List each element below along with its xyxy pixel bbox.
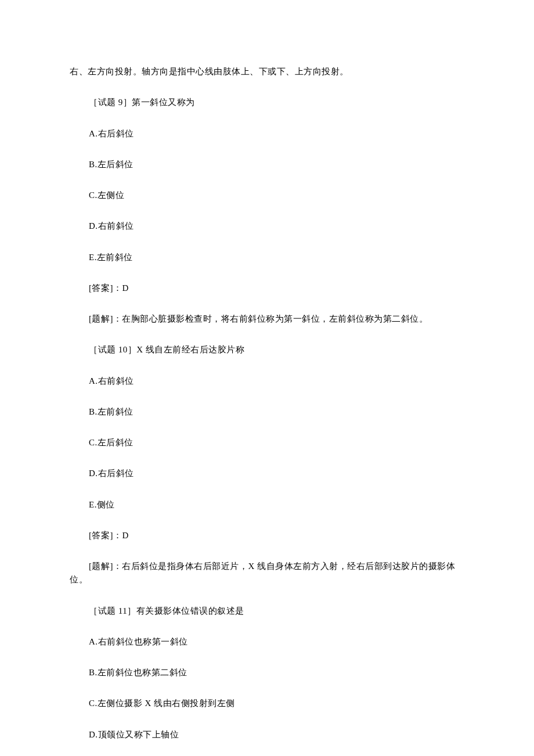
question-9-title: ［试题 9］第一斜位又称为 (70, 96, 464, 109)
question-9-answer: [答案]：D (70, 282, 464, 295)
question-9-option-e: E.左前斜位 (70, 251, 464, 264)
question-9-explanation: [题解]：在胸部心脏摄影检查时，将右前斜位称为第一斜位，左前斜位称为第二斜位。 (70, 312, 464, 326)
question-11-option-c: C.左侧位摄影 X 线由右侧投射到左侧 (70, 697, 464, 710)
question-9-option-c: C.左侧位 (70, 189, 464, 202)
question-10-title: ［试题 10］X 线自左前经右后达胶片称 (70, 343, 464, 357)
question-9-option-b: B.左后斜位 (70, 158, 464, 171)
intro-continuation: 右、左方向投射。轴方向是指中心线由肢体上、下或下、上方向投射。 (70, 65, 464, 78)
question-10-option-b: B.左前斜位 (70, 405, 464, 419)
question-11-option-b: B.左前斜位也称第二斜位 (70, 666, 464, 679)
question-9-option-a: A.右后斜位 (70, 127, 464, 141)
question-10-option-c: C.左后斜位 (70, 436, 464, 449)
question-10-explanation: [题解]：右后斜位是指身体右后部近片，X 线自身体左前方入射，经右后部到达胶片的… (70, 560, 464, 587)
question-10-option-d: D.右后斜位 (70, 467, 464, 480)
question-11-option-a: A.右前斜位也称第一斜位 (70, 635, 464, 649)
document-page: 右、左方向投射。轴方向是指中心线由肢体上、下或下、上方向投射。 ［试题 9］第一… (0, 0, 534, 756)
question-10-answer: [答案]：D (70, 529, 464, 542)
question-11-title: ［试题 11］有关摄影体位错误的叙述是 (70, 604, 464, 618)
question-9-option-d: D.右前斜位 (70, 219, 464, 233)
question-11-option-d: D.顶颌位又称下上轴位 (70, 728, 464, 741)
question-10-option-a: A.右前斜位 (70, 375, 464, 388)
question-10-option-e: E.侧位 (70, 498, 464, 512)
